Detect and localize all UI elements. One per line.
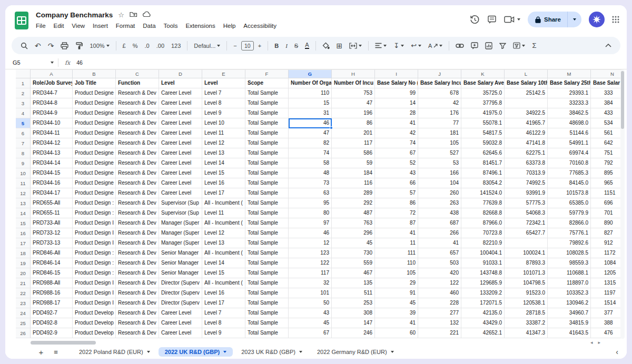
cell-C19[interactable]: Research & Dev (116, 258, 159, 268)
cell-J11[interactable]: 104 (418, 178, 461, 188)
cell-K26[interactable]: 42652.1 (461, 328, 505, 338)
cell-N4[interactable]: 433 (591, 108, 623, 118)
insert-chart-button[interactable] (482, 39, 495, 52)
cell-L14[interactable]: 54068.3 (505, 208, 548, 218)
scroll-right-icon[interactable]: ▸ (598, 340, 600, 345)
increase-decimals-button[interactable]: .00 (154, 39, 167, 52)
row-header-3[interactable]: 3 (16, 98, 31, 108)
cell-N8[interactable]: 751 (591, 148, 623, 158)
cell-A18[interactable]: PRD846-All (31, 248, 73, 258)
cell-D18[interactable]: Senior Manager (159, 248, 202, 258)
cell-G12[interactable]: 63 (289, 188, 332, 198)
cell-A25[interactable]: PDD492-8 (31, 318, 73, 328)
cell-L26[interactable]: 41347.3 (505, 328, 548, 338)
sheet-tab-dropdown-caret[interactable] (223, 351, 226, 353)
italic-button[interactable]: I (283, 39, 290, 52)
cell-G26[interactable]: 67 (289, 328, 332, 338)
apps-grid-icon[interactable] (612, 16, 619, 23)
cell-A14[interactable]: PRD655-11 (31, 208, 73, 218)
cell-B10[interactable]: Product Designe (73, 168, 116, 178)
cell-K13[interactable]: 77639.8 (461, 198, 505, 208)
cell-J1[interactable]: Base Salary Incu (418, 78, 461, 88)
cell-J23[interactable]: 228 (418, 298, 461, 308)
move-folder-icon[interactable] (130, 11, 137, 18)
cell-I22[interactable]: 91 (375, 288, 418, 298)
cell-G19[interactable]: 122 (289, 258, 332, 268)
cell-I19[interactable]: 110 (375, 258, 418, 268)
cell-H10[interactable]: 184 (332, 168, 375, 178)
cell-D16[interactable]: Manager (Super (159, 228, 202, 238)
cell-F10[interactable]: Total Sample (245, 168, 289, 178)
cell-L10[interactable]: 70313.9 (505, 168, 548, 178)
cell-C4[interactable]: Research & Dev (116, 108, 159, 118)
cell-K20[interactable]: 143748.8 (461, 268, 505, 278)
add-sheet-button[interactable]: + (36, 348, 46, 357)
cell-H25[interactable]: 147 (332, 318, 375, 328)
cell-F7[interactable]: Total Sample (245, 138, 289, 148)
formula-input[interactable]: 46 (76, 59, 83, 66)
cell-C21[interactable]: Research & Dev (116, 278, 159, 288)
cell-H20[interactable]: 467 (332, 268, 375, 278)
bold-button[interactable]: B (272, 39, 281, 52)
borders-button[interactable]: ⊞ (334, 39, 345, 52)
cell-K16[interactable]: 70723.8 (461, 228, 505, 238)
cell-E15[interactable]: All - Incumbent ( (202, 218, 245, 228)
cell-L20[interactable]: 101071.3 (505, 268, 548, 278)
cell-J24[interactable]: 277 (418, 308, 461, 318)
cell-A17[interactable]: PRD733-13 (31, 238, 73, 248)
cell-N26[interactable]: 476 (591, 328, 623, 338)
row-header-22[interactable]: 22 (16, 288, 31, 298)
name-box[interactable]: G5 (13, 59, 58, 66)
cell-I7[interactable]: 74 (375, 138, 418, 148)
row-header-25[interactable]: 25 (16, 318, 31, 328)
cell-J13[interactable]: 263 (418, 198, 461, 208)
column-header-g[interactable]: G (289, 69, 332, 78)
cell-C18[interactable]: Research & Dev (116, 248, 159, 258)
text-color-button[interactable]: A (302, 39, 311, 52)
menu-item-insert[interactable]: Insert (93, 23, 108, 29)
cell-H26[interactable]: 246 (332, 328, 375, 338)
cell-F15[interactable]: Total Sample (245, 218, 289, 228)
cell-G2[interactable]: 110 (289, 88, 332, 98)
cell-J7[interactable]: 105 (418, 138, 461, 148)
cell-K7[interactable]: 59032.8 (461, 138, 505, 148)
horizontal-scrollbar-thumb[interactable] (31, 341, 96, 345)
cell-E8[interactable]: Level 13 (202, 148, 245, 158)
cell-H8[interactable]: 586 (332, 148, 375, 158)
cell-E24[interactable]: Level 7 (202, 308, 245, 318)
sheet-tab-dropdown-caret[interactable] (391, 351, 394, 353)
cell-D9[interactable]: Career Level (159, 158, 202, 168)
cell-N9[interactable]: 792 (591, 158, 623, 168)
cell-N19[interactable]: 1084 (591, 258, 623, 268)
cell-M19[interactable]: 98559.3 (548, 258, 591, 268)
cell-B25[interactable]: Product Develop (73, 318, 116, 328)
menu-item-tools[interactable]: Tools (164, 23, 178, 29)
functions-button[interactable]: Σ (529, 39, 539, 52)
sheet-tab-2022-uk-r-d-gbp-[interactable]: 2022 UK R&D (GBP) (159, 347, 233, 357)
cell-A13[interactable]: PRD655-All (31, 198, 73, 208)
sheets-logo-icon[interactable] (14, 11, 29, 32)
cell-G15[interactable]: 97 (289, 218, 332, 228)
cell-L4[interactable]: 34922.5 (505, 108, 548, 118)
fill-color-button[interactable] (320, 39, 332, 52)
cell-A24[interactable]: PDD492-7 (31, 308, 73, 318)
cell-N21[interactable]: 1315 (591, 278, 623, 288)
cell-K22[interactable]: 133209.2 (461, 288, 505, 298)
cell-A19[interactable]: PRD846-14 (31, 258, 73, 268)
cell-M4[interactable]: 38462.5 (548, 108, 591, 118)
cell-E23[interactable]: Level 17 (202, 298, 245, 308)
cell-G7[interactable]: 82 (289, 138, 332, 148)
cell-A6[interactable]: PRD344-11 (31, 128, 73, 138)
cell-C22[interactable]: Research & Dev (116, 288, 159, 298)
cell-N11[interactable]: 965 (591, 178, 623, 188)
more-formats-button[interactable]: 123 (169, 39, 183, 52)
vertical-scrollbar-thumb[interactable] (621, 71, 624, 129)
cell-B4[interactable]: Product Designe (73, 108, 116, 118)
cell-I21[interactable]: 29 (375, 278, 418, 288)
cell-B20[interactable]: Product Design : (73, 268, 116, 278)
cell-E25[interactable]: Level 8 (202, 318, 245, 328)
cell-C11[interactable]: Research & Dev (116, 178, 159, 188)
cell-B1[interactable]: Job Title (73, 78, 116, 88)
cell-H16[interactable]: 296 (332, 228, 375, 238)
cell-B9[interactable]: Product Designe (73, 158, 116, 168)
